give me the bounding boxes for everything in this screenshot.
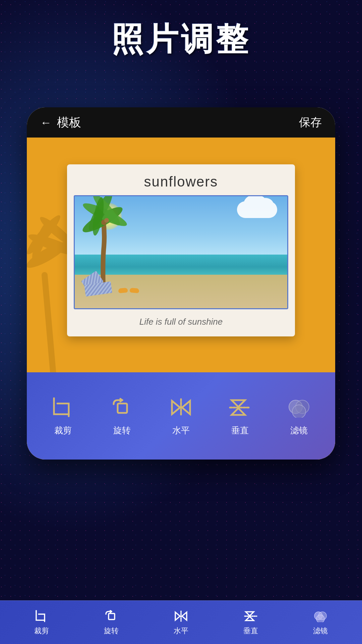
svg-marker-16	[172, 401, 180, 414]
phone-mockup: ← 模板 保存 sunflowers	[27, 107, 335, 460]
page-title: 照片调整	[0, 20, 362, 59]
tool-filter[interactable]: 滤镜	[286, 396, 312, 436]
crop-icon	[50, 396, 76, 419]
nav-filter-icon	[312, 609, 328, 623]
svg-marker-29	[182, 612, 187, 620]
svg-point-12	[104, 218, 109, 223]
vertical-label: 垂直	[231, 425, 249, 436]
horizontal-icon	[168, 396, 194, 419]
nav-crop[interactable]: 裁剪	[34, 609, 50, 636]
card-image	[74, 195, 288, 309]
bottom-toolbar: 裁剪 旋转	[27, 372, 335, 460]
svg-marker-20	[232, 408, 245, 415]
crop-label: 裁剪	[54, 425, 72, 436]
nav-rotate[interactable]: 旋转	[103, 609, 119, 636]
rotate-icon	[109, 396, 135, 419]
svg-point-36	[316, 615, 324, 622]
svg-rect-27	[109, 613, 115, 620]
beach-items	[81, 275, 287, 295]
filter-icon	[286, 396, 312, 419]
save-button[interactable]: 保存	[299, 115, 322, 130]
beach-chair	[81, 275, 115, 295]
flip-flops	[118, 288, 139, 293]
nav-vertical[interactable]: 垂直	[243, 609, 259, 636]
filter-label: 滤镜	[290, 425, 308, 436]
card-subtitle: Life is full of sunshine	[67, 309, 295, 336]
cloud	[237, 201, 277, 218]
flip-flop-right	[129, 288, 139, 293]
flip-flop-left	[118, 288, 128, 293]
nav-filter[interactable]: 滤镜	[312, 609, 328, 636]
nav-rotate-icon	[103, 609, 119, 623]
card-title: sunflowers	[67, 164, 295, 195]
tool-crop[interactable]: 裁剪	[50, 396, 76, 436]
tool-rotate[interactable]: 旋转	[109, 396, 135, 436]
nav-crop-icon	[34, 609, 50, 623]
nav-horizontal-icon	[173, 609, 189, 623]
svg-point-24	[292, 405, 306, 418]
nav-vertical-icon	[243, 609, 259, 623]
nav-rotate-label: 旋转	[104, 626, 119, 636]
topbar-title: 模板	[57, 114, 81, 131]
palm-tree-icon	[76, 195, 133, 287]
back-arrow-icon[interactable]: ←	[40, 116, 52, 129]
bottom-nav: 裁剪 旋转 水平 垂直	[0, 600, 362, 644]
svg-marker-32	[246, 616, 254, 621]
nav-horizontal-label: 水平	[174, 626, 188, 636]
photo-card: sunflowers	[67, 164, 295, 336]
nav-filter-label: 滤镜	[313, 626, 328, 636]
vertical-icon	[227, 396, 253, 419]
tool-vertical[interactable]: 垂直	[227, 396, 253, 436]
svg-marker-17	[182, 401, 190, 414]
phone-content: sunflowers	[27, 138, 335, 460]
phone-topbar: ← 模板 保存	[27, 107, 335, 138]
nav-horizontal[interactable]: 水平	[173, 609, 189, 636]
rotate-label: 旋转	[113, 425, 131, 436]
svg-rect-15	[118, 404, 127, 413]
nav-vertical-label: 垂直	[243, 626, 258, 636]
nav-crop-label: 裁剪	[34, 626, 49, 636]
tool-horizontal[interactable]: 水平	[168, 396, 194, 436]
back-section[interactable]: ← 模板	[40, 114, 81, 131]
svg-marker-31	[246, 612, 254, 616]
horizontal-label: 水平	[172, 425, 190, 436]
svg-marker-19	[232, 400, 245, 407]
svg-marker-28	[175, 612, 180, 620]
